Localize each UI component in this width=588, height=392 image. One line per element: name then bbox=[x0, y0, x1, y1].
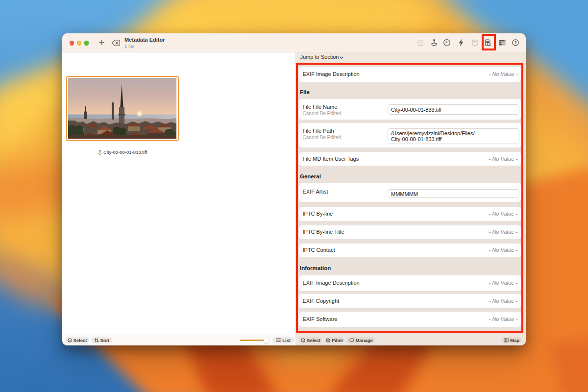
svg-text:?: ? bbox=[514, 40, 517, 45]
